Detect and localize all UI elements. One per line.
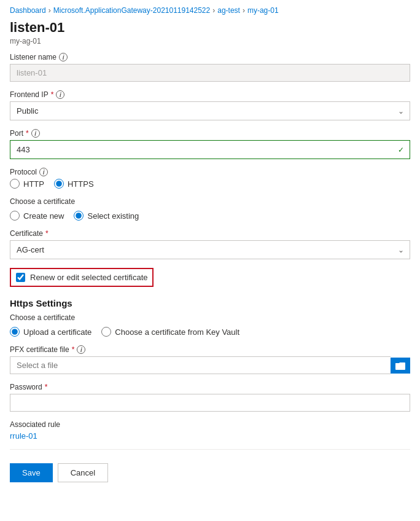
certificate-select-wrapper: AG-cert ⌄ (10, 240, 410, 259)
certificate-select[interactable]: AG-cert (10, 240, 410, 259)
port-info-icon[interactable]: i (31, 129, 40, 138)
certificate-group: Certificate * AG-cert ⌄ (10, 229, 410, 259)
listener-name-group: Listener name i (10, 53, 410, 82)
frontend-ip-label: Frontend IP * i (10, 90, 410, 99)
protocol-http-radio[interactable] (10, 179, 20, 189)
associated-rule-link[interactable]: rrule-01 (10, 431, 37, 441)
breadcrumb-sep-2: › (212, 6, 215, 15)
https-upload-cert-item[interactable]: Upload a certificate (10, 327, 91, 337)
port-select[interactable]: 443 (10, 140, 410, 159)
https-choose-cert-label: Choose a certificate (10, 313, 410, 322)
certificate-required: * (45, 229, 49, 238)
save-button[interactable]: Save (10, 463, 53, 482)
protocol-group: Protocol i HTTP HTTPS (10, 168, 410, 189)
https-upload-cert-label: Upload a certificate (23, 327, 91, 337)
https-upload-cert-radio[interactable] (10, 327, 20, 337)
footer-buttons: Save Cancel (0, 456, 420, 490)
breadcrumb-dashboard[interactable]: Dashboard (10, 6, 46, 15)
protocol-label: Protocol i (10, 168, 410, 176)
https-key-vault-item[interactable]: Choose a certificate from Key Vault (101, 327, 239, 337)
frontend-ip-select[interactable]: Public (10, 101, 410, 120)
choose-cert-group: Choose a certificate Create new Select e… (10, 197, 410, 221)
cert-select-existing-label: Select existing (87, 211, 139, 221)
password-input[interactable] (10, 394, 410, 412)
password-label: Password * (10, 383, 410, 391)
associated-rule-group: Associated rule rrule-01 (10, 420, 410, 441)
renew-edit-label: Renew or edit selected certificate (30, 273, 147, 282)
pfx-file-required: * (72, 345, 75, 354)
protocol-radio-group: HTTP HTTPS (10, 179, 410, 189)
listener-name-info-icon[interactable]: i (59, 53, 68, 61)
pfx-file-text-input[interactable] (10, 356, 391, 374)
frontend-ip-required: * (51, 90, 54, 99)
protocol-https-item[interactable]: HTTPS (54, 179, 94, 189)
renew-edit-checkbox-row[interactable]: Renew or edit selected certificate (10, 268, 154, 287)
footer-divider (10, 449, 410, 450)
listener-name-input[interactable] (10, 64, 410, 82)
password-group: Password * (10, 383, 410, 412)
cert-create-new-item[interactable]: Create new (10, 211, 64, 221)
page-subtitle: my-ag-01 (0, 36, 420, 53)
password-required: * (45, 383, 48, 391)
port-required: * (26, 129, 29, 138)
pfx-file-browse-button[interactable] (391, 358, 410, 374)
pfx-file-label: PFX certificate file * i (10, 345, 410, 354)
certificate-label: Certificate * (10, 229, 410, 238)
breadcrumb-sep-3: › (243, 6, 245, 15)
cancel-button[interactable]: Cancel (58, 463, 108, 482)
pfx-file-input-row (10, 356, 410, 374)
choose-cert-label: Choose a certificate (10, 197, 410, 206)
pfx-file-group: PFX certificate file * i (10, 345, 410, 374)
renew-edit-checkbox[interactable] (16, 273, 25, 282)
https-key-vault-label: Choose a certificate from Key Vault (115, 327, 239, 337)
cert-radio-group: Create new Select existing (10, 211, 410, 221)
cert-create-new-radio[interactable] (10, 211, 20, 221)
frontend-ip-select-wrapper: Public ⌄ (10, 101, 410, 120)
https-settings-heading: Https Settings (10, 298, 410, 308)
protocol-https-radio[interactable] (54, 179, 64, 189)
breadcrumb-sep-1: › (49, 6, 51, 15)
protocol-https-label: HTTPS (68, 179, 94, 189)
protocol-http-item[interactable]: HTTP (10, 179, 44, 189)
breadcrumb: Dashboard › Microsoft.ApplicationGateway… (0, 0, 420, 17)
listener-name-label: Listener name i (10, 53, 410, 61)
frontend-ip-group: Frontend IP * i Public ⌄ (10, 90, 410, 120)
pfx-file-info-icon[interactable]: i (77, 345, 85, 354)
frontend-ip-info-icon[interactable]: i (56, 90, 64, 99)
breadcrumb-ag-test[interactable]: ag-test (217, 6, 240, 15)
form-section: Listener name i Frontend IP * i Public ⌄… (0, 53, 420, 450)
breadcrumb-my-ag-01[interactable]: my-ag-01 (247, 6, 279, 15)
port-group: Port * i 443 ✓ (10, 129, 410, 159)
https-settings-section: Https Settings Choose a certificate Uplo… (10, 298, 410, 337)
page-title: listen-01 (0, 17, 420, 36)
cert-select-existing-item[interactable]: Select existing (74, 211, 139, 221)
protocol-http-label: HTTP (23, 179, 44, 189)
cert-create-new-label: Create new (23, 211, 64, 221)
port-label: Port * i (10, 129, 410, 138)
https-key-vault-radio[interactable] (101, 327, 111, 337)
associated-rule-label: Associated rule (10, 420, 410, 429)
folder-icon (395, 361, 405, 370)
cert-select-existing-radio[interactable] (74, 211, 84, 221)
protocol-info-icon[interactable]: i (39, 168, 48, 176)
https-cert-radio-group: Upload a certificate Choose a certificat… (10, 327, 410, 337)
breadcrumb-gateway[interactable]: Microsoft.ApplicationGateway-20210119142… (53, 6, 211, 15)
port-select-wrapper: 443 ✓ (10, 140, 410, 159)
